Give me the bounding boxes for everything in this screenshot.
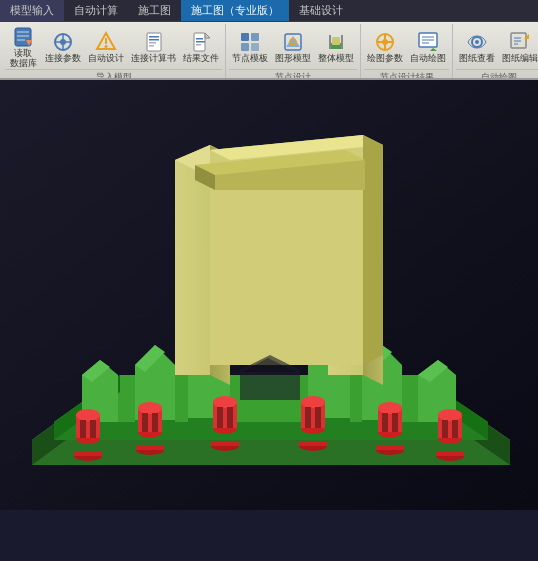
ribbon-btn-graphic-model[interactable]: 图形模型	[272, 26, 314, 68]
ribbon-toolbar: 读取数据库 连接参数	[0, 22, 538, 80]
auto-draw-label: 自动绘图	[410, 54, 446, 64]
svg-rect-1	[17, 31, 29, 33]
ribbon-group-buttons-auto-draw: 图纸查看 图纸编辑	[456, 26, 538, 68]
svg-rect-116	[142, 413, 148, 432]
view-drawing-icon	[466, 31, 488, 53]
svg-rect-19	[196, 38, 203, 40]
svg-rect-133	[299, 441, 327, 446]
svg-point-108	[76, 409, 100, 421]
ribbon-btn-auto-draw[interactable]: 自动绘图	[407, 26, 449, 68]
node-template-label: 节点模板	[232, 54, 268, 64]
ribbon-group-node-result: 绘图参数 自动绘图 节点设计结果	[361, 24, 453, 78]
whole-model-label: 整体模型	[318, 54, 354, 64]
ribbon-btn-connect-report[interactable]: 连接计算书	[128, 26, 179, 68]
ribbon-group-buttons-node-result: 绘图参数 自动绘图	[364, 26, 449, 68]
svg-rect-13	[149, 36, 159, 38]
svg-rect-24	[241, 43, 249, 51]
svg-point-8	[60, 39, 66, 45]
svg-rect-25	[251, 43, 259, 51]
menu-item-foundation[interactable]: 基础设计	[289, 0, 353, 21]
ribbon-group-buttons-node: 节点模板 图形模型	[229, 26, 357, 68]
connect-params-icon	[52, 31, 74, 53]
ribbon-btn-node-template[interactable]: 节点模板	[229, 26, 271, 68]
svg-rect-140	[376, 445, 404, 450]
svg-rect-131	[315, 407, 321, 428]
svg-rect-123	[217, 407, 223, 428]
ribbon-group-buttons-import: 读取数据库 连接参数	[5, 26, 222, 68]
svg-rect-145	[452, 420, 458, 438]
svg-point-143	[438, 409, 462, 421]
main-viewport[interactable]	[0, 80, 538, 510]
svg-rect-109	[80, 420, 86, 438]
svg-marker-18	[205, 33, 210, 38]
view-drawing-label: 图纸查看	[459, 54, 495, 64]
svg-rect-32	[341, 35, 343, 49]
ribbon-group-label-import: 导入模型	[5, 69, 222, 80]
ribbon-group-label-auto-draw: 自动绘图	[456, 69, 538, 80]
svg-rect-130	[305, 407, 311, 428]
svg-rect-126	[211, 441, 239, 446]
svg-point-136	[378, 402, 402, 414]
ribbon-group-label-node: 节点设计	[229, 69, 357, 80]
connect-report-label: 连接计算书	[131, 54, 176, 64]
svg-marker-43	[430, 48, 437, 51]
svg-rect-124	[227, 407, 233, 428]
svg-rect-144	[442, 420, 448, 438]
draw-params-icon	[374, 31, 396, 53]
ribbon-group-import: 读取数据库 连接参数	[2, 24, 226, 78]
ribbon-btn-edit-drawing[interactable]: 图纸编辑	[499, 26, 538, 68]
ribbon-group-auto-draw: 图纸查看 图纸编辑 自动绘图	[453, 24, 538, 78]
svg-point-38	[382, 39, 388, 45]
svg-point-115	[138, 402, 162, 414]
menu-item-model-input[interactable]: 模型输入	[0, 0, 64, 21]
whole-model-icon	[325, 31, 347, 53]
svg-rect-137	[382, 413, 388, 432]
auto-design-label: 自动设计	[88, 54, 124, 64]
3d-model-svg	[0, 80, 538, 510]
svg-rect-14	[149, 39, 159, 41]
edit-drawing-icon	[509, 31, 531, 53]
auto-design-icon	[95, 31, 117, 53]
svg-rect-117	[152, 413, 158, 432]
ribbon-group-node-design: 节点模板 图形模型	[226, 24, 361, 78]
svg-rect-21	[196, 44, 201, 46]
menu-item-construction-pro[interactable]: 施工图（专业版）	[181, 0, 289, 21]
ribbon-btn-result-file[interactable]: 结果文件	[180, 26, 222, 68]
ribbon-btn-read-db[interactable]: 读取数据库	[5, 26, 41, 68]
ribbon-btn-whole-model[interactable]: 整体模型	[315, 26, 357, 68]
svg-marker-102	[363, 135, 383, 365]
result-file-label: 结果文件	[183, 54, 219, 64]
svg-point-122	[213, 396, 237, 408]
graphic-model-icon	[282, 31, 304, 53]
svg-rect-23	[251, 33, 259, 41]
connect-report-icon	[143, 31, 165, 53]
ribbon-btn-view-drawing[interactable]: 图纸查看	[456, 26, 498, 68]
svg-rect-15	[149, 42, 156, 44]
svg-rect-3	[17, 39, 25, 41]
svg-rect-20	[196, 41, 205, 43]
menu-item-auto-calc[interactable]: 自动计算	[64, 0, 128, 21]
svg-rect-31	[329, 35, 331, 49]
read-db-icon	[12, 26, 34, 48]
svg-rect-147	[436, 451, 464, 456]
result-file-icon	[190, 31, 212, 53]
svg-point-11	[105, 45, 108, 48]
svg-point-45	[475, 40, 479, 44]
ribbon-btn-draw-params[interactable]: 绘图参数	[364, 26, 406, 68]
svg-rect-110	[90, 420, 96, 438]
svg-rect-138	[392, 413, 398, 432]
svg-rect-22	[241, 33, 249, 41]
read-db-label: 读取数据库	[10, 49, 37, 69]
svg-rect-112	[74, 451, 102, 456]
svg-rect-119	[136, 445, 164, 450]
ribbon-btn-auto-design[interactable]: 自动设计	[85, 26, 127, 68]
graphic-model-label: 图形模型	[275, 54, 311, 64]
menu-bar: 模型输入 自动计算 施工图 施工图（专业版） 基础设计	[0, 0, 538, 22]
svg-point-129	[301, 396, 325, 408]
connect-params-label: 连接参数	[45, 54, 81, 64]
menu-item-construction[interactable]: 施工图	[128, 0, 181, 21]
draw-params-label: 绘图参数	[367, 54, 403, 64]
ribbon-btn-connect-params[interactable]: 连接参数	[42, 26, 84, 68]
svg-rect-2	[17, 35, 29, 37]
edit-drawing-label: 图纸编辑	[502, 54, 538, 64]
